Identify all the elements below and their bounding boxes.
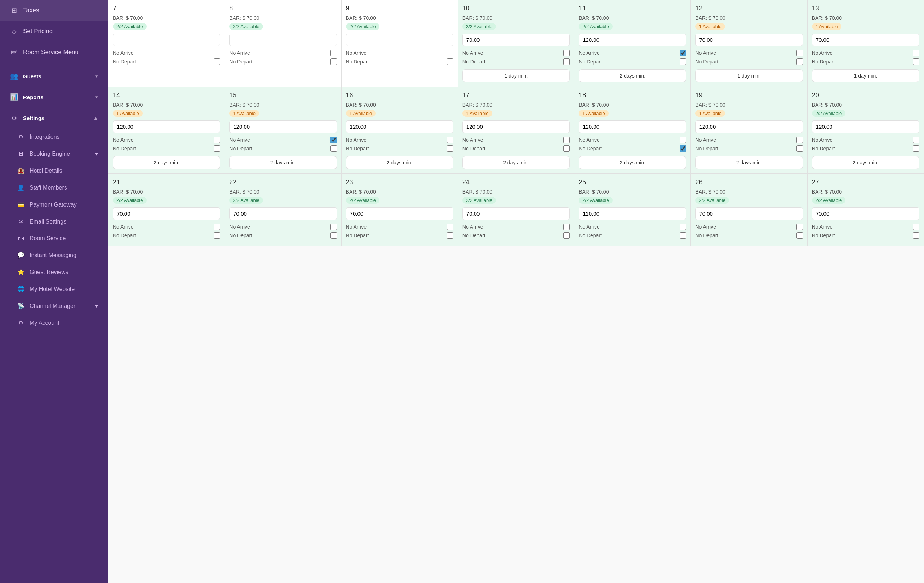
price-input-9[interactable] xyxy=(346,33,453,46)
sidebar-item-integrations[interactable]: ⚙ Integrations xyxy=(0,128,108,145)
min-stay-btn-15[interactable]: 2 days min. xyxy=(229,156,337,169)
sidebar-item-set-pricing[interactable]: ◇ Set Pricing xyxy=(0,21,108,42)
sidebar-item-room-service-menu[interactable]: 🍽 Room Service Menu xyxy=(0,42,108,63)
price-input-11[interactable] xyxy=(579,33,686,46)
no-arrive-checkbox-19[interactable] xyxy=(797,137,803,143)
no-depart-row-19: No Depart xyxy=(695,145,803,152)
no-depart-checkbox-10[interactable] xyxy=(563,58,570,65)
price-input-17[interactable] xyxy=(462,121,570,133)
no-depart-checkbox-23[interactable] xyxy=(447,232,453,239)
no-depart-checkbox-12[interactable] xyxy=(797,58,803,65)
integrations-icon: ⚙ xyxy=(17,134,25,140)
price-input-14[interactable] xyxy=(113,121,220,133)
price-input-19[interactable] xyxy=(695,121,803,133)
sidebar-item-my-hotel-website[interactable]: 🌐 My Hotel Website xyxy=(0,281,108,297)
sidebar-item-my-account[interactable]: ⚙ My Account xyxy=(0,314,108,331)
no-depart-label-27: No Depart xyxy=(812,233,835,238)
no-arrive-checkbox-25[interactable] xyxy=(680,223,686,230)
no-depart-checkbox-25[interactable] xyxy=(680,232,686,239)
day-number-16: 16 xyxy=(346,92,453,99)
no-arrive-checkbox-18[interactable] xyxy=(680,137,686,143)
sidebar-item-channel-manager[interactable]: 📡 Channel Manager ▾ xyxy=(0,297,108,314)
price-input-7[interactable] xyxy=(113,33,220,46)
no-depart-checkbox-9[interactable] xyxy=(447,58,453,65)
sidebar-item-guests[interactable]: 👥 Guests ▾ xyxy=(0,66,108,86)
payment-gateway-icon: 💳 xyxy=(17,201,25,208)
no-arrive-checkbox-9[interactable] xyxy=(447,50,453,56)
price-input-20[interactable] xyxy=(812,121,919,133)
no-arrive-checkbox-12[interactable] xyxy=(797,50,803,56)
no-arrive-checkbox-11[interactable] xyxy=(680,50,686,56)
min-stay-btn-14[interactable]: 2 days min. xyxy=(113,156,220,169)
min-stay-btn-19[interactable]: 2 days min. xyxy=(695,156,803,169)
no-depart-checkbox-7[interactable] xyxy=(214,58,220,65)
no-arrive-checkbox-8[interactable] xyxy=(330,50,337,56)
no-depart-checkbox-22[interactable] xyxy=(330,232,337,239)
no-arrive-checkbox-27[interactable] xyxy=(913,223,919,230)
min-stay-btn-17[interactable]: 2 days min. xyxy=(462,156,570,169)
no-arrive-checkbox-15[interactable] xyxy=(330,137,337,143)
sidebar-item-email-settings[interactable]: ✉ Email Settings xyxy=(0,213,108,230)
price-input-13[interactable] xyxy=(812,33,919,46)
sidebar-item-settings[interactable]: ⚙ Settings ▲ xyxy=(0,107,108,128)
no-arrive-checkbox-20[interactable] xyxy=(913,137,919,143)
no-depart-checkbox-20[interactable] xyxy=(913,145,919,152)
min-stay-btn-10[interactable]: 1 day min. xyxy=(462,69,570,82)
no-arrive-checkbox-26[interactable] xyxy=(797,223,803,230)
min-stay-btn-20[interactable]: 2 days min. xyxy=(812,156,919,169)
no-arrive-checkbox-23[interactable] xyxy=(447,223,453,230)
price-input-10[interactable] xyxy=(462,33,570,46)
no-arrive-checkbox-22[interactable] xyxy=(330,223,337,230)
min-stay-btn-18[interactable]: 2 days min. xyxy=(579,156,686,169)
no-depart-checkbox-27[interactable] xyxy=(913,232,919,239)
min-stay-btn-13[interactable]: 1 day min. xyxy=(812,69,919,82)
sidebar-item-hotel-details[interactable]: 🏨 Hotel Details xyxy=(0,162,108,179)
price-input-15[interactable] xyxy=(229,121,337,133)
price-input-12[interactable] xyxy=(695,33,803,46)
no-arrive-checkbox-7[interactable] xyxy=(214,50,220,56)
no-arrive-checkbox-16[interactable] xyxy=(447,137,453,143)
bar-price-26: BAR: $ 70.00 xyxy=(695,189,803,195)
sidebar-item-taxes[interactable]: ⊞ Taxes xyxy=(0,0,108,21)
price-input-22[interactable] xyxy=(229,207,337,220)
price-input-8[interactable] xyxy=(229,33,337,46)
price-input-27[interactable] xyxy=(812,207,919,220)
no-arrive-checkbox-13[interactable] xyxy=(913,50,919,56)
no-arrive-checkbox-24[interactable] xyxy=(563,223,570,230)
no-depart-checkbox-19[interactable] xyxy=(797,145,803,152)
no-arrive-checkbox-10[interactable] xyxy=(563,50,570,56)
price-input-26[interactable] xyxy=(695,207,803,220)
no-arrive-label-14: No Arrive xyxy=(113,137,134,143)
no-depart-checkbox-24[interactable] xyxy=(563,232,570,239)
no-arrive-checkbox-14[interactable] xyxy=(214,137,220,143)
instant-messaging-icon: 💬 xyxy=(17,252,25,259)
sidebar-item-instant-messaging[interactable]: 💬 Instant Messaging xyxy=(0,247,108,264)
price-input-24[interactable] xyxy=(462,207,570,220)
sidebar-item-guest-reviews[interactable]: ⭐ Guest Reviews xyxy=(0,264,108,281)
no-depart-checkbox-11[interactable] xyxy=(680,58,686,65)
sidebar-item-booking-engine[interactable]: 🖥 Booking Engine ▾ xyxy=(0,145,108,162)
sidebar-item-payment-gateway[interactable]: 💳 Payment Gateway xyxy=(0,196,108,213)
price-input-23[interactable] xyxy=(346,207,453,220)
no-depart-checkbox-26[interactable] xyxy=(797,232,803,239)
no-depart-checkbox-18[interactable] xyxy=(680,145,686,152)
no-depart-checkbox-17[interactable] xyxy=(563,145,570,152)
no-depart-checkbox-8[interactable] xyxy=(330,58,337,65)
sidebar-item-staff-members[interactable]: 👤 Staff Members xyxy=(0,179,108,196)
no-depart-checkbox-21[interactable] xyxy=(214,232,220,239)
min-stay-btn-11[interactable]: 2 days min. xyxy=(579,69,686,82)
no-arrive-checkbox-21[interactable] xyxy=(214,223,220,230)
min-stay-btn-12[interactable]: 1 day min. xyxy=(695,69,803,82)
price-input-18[interactable] xyxy=(579,121,686,133)
sidebar-item-room-service[interactable]: 🍽 Room Service xyxy=(0,230,108,247)
price-input-16[interactable] xyxy=(346,121,453,133)
no-depart-checkbox-15[interactable] xyxy=(330,145,337,152)
price-input-21[interactable] xyxy=(113,207,220,220)
price-input-25[interactable] xyxy=(579,207,686,220)
no-depart-checkbox-13[interactable] xyxy=(913,58,919,65)
no-depart-checkbox-16[interactable] xyxy=(447,145,453,152)
no-depart-checkbox-14[interactable] xyxy=(214,145,220,152)
sidebar-item-reports[interactable]: 📊 Reports ▾ xyxy=(0,86,108,107)
no-arrive-checkbox-17[interactable] xyxy=(563,137,570,143)
min-stay-btn-16[interactable]: 2 days min. xyxy=(346,156,453,169)
